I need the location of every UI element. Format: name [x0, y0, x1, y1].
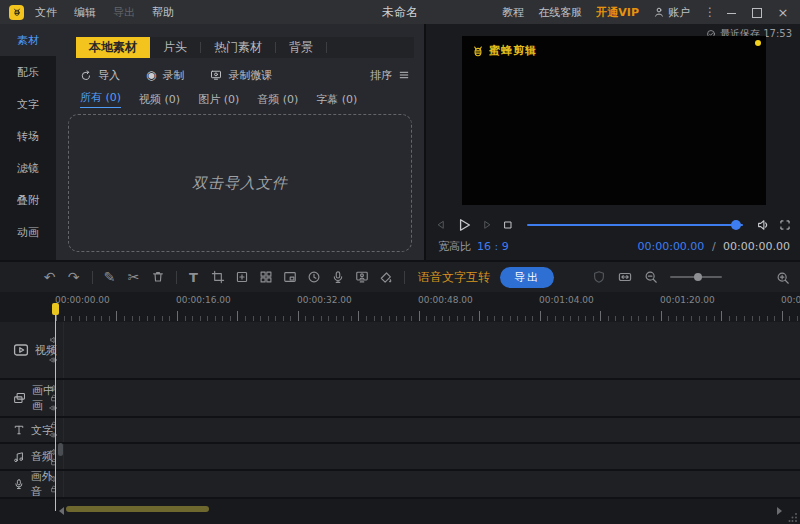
vertical-scrollbar-thumb[interactable] — [58, 443, 63, 456]
zoom-slider-knob[interactable] — [694, 273, 702, 281]
tab-intro[interactable]: 片头 — [150, 37, 200, 58]
redo-icon[interactable]: ↷ — [66, 270, 81, 284]
track-lane-pip[interactable] — [64, 380, 800, 416]
speech-text-convert-button[interactable]: 语音文字互转 — [418, 269, 490, 286]
track-label: 画中画 — [32, 383, 63, 413]
track-lane-audio[interactable] — [64, 444, 800, 469]
presenter-icon[interactable] — [354, 270, 369, 284]
sort-button[interactable]: 排序 — [370, 68, 410, 83]
track-voiceover: 画外音 — [0, 471, 800, 499]
horizontal-scrollbar-thumb[interactable] — [66, 506, 209, 512]
menu-help[interactable]: 帮助 — [152, 5, 174, 20]
hide-track-icon[interactable] — [49, 356, 58, 365]
seek-bar[interactable] — [527, 224, 743, 226]
mute-track-icon[interactable] — [49, 384, 58, 393]
account-button[interactable]: 账户 — [653, 5, 690, 20]
delete-trash-icon[interactable] — [150, 270, 165, 284]
filter-subtitle[interactable]: 字幕 (0) — [316, 92, 357, 107]
lock-track-icon[interactable] — [49, 485, 58, 494]
menu-file[interactable]: 文件 — [35, 5, 57, 20]
support-link[interactable]: 在线客服 — [538, 5, 582, 20]
import-dropzone[interactable]: 双击导入文件 — [68, 114, 412, 252]
undo-icon[interactable]: ↶ — [42, 270, 57, 284]
mute-track-icon[interactable] — [49, 447, 58, 456]
close-button[interactable]: × — [772, 5, 794, 20]
scroll-left-arrow-icon[interactable] — [59, 507, 64, 515]
record-button[interactable]: ◉ 录制 — [146, 68, 184, 83]
stop-icon[interactable] — [502, 219, 514, 231]
zoom-frame-icon[interactable] — [234, 270, 249, 284]
kebab-menu-icon[interactable]: ⋮ — [704, 5, 716, 19]
hide-track-icon[interactable] — [49, 431, 58, 440]
sidebar-item-overlay[interactable]: 叠附 — [0, 184, 56, 216]
person-icon — [653, 6, 665, 18]
record-label: 录制 — [162, 68, 184, 83]
mute-track-icon[interactable] — [49, 336, 58, 345]
sidebar-item-text[interactable]: 文字 — [0, 88, 56, 120]
lock-track-icon[interactable] — [49, 346, 58, 355]
lock-track-icon[interactable] — [49, 457, 58, 466]
import-button[interactable]: 导入 — [80, 68, 120, 83]
sidebar-item-media[interactable]: 素材 — [0, 24, 56, 56]
fit-timeline-icon[interactable] — [618, 270, 632, 284]
ruler-label: 00:00:16.00 — [176, 295, 231, 305]
edit-pencil-icon[interactable]: ✎ — [102, 270, 117, 284]
seek-knob[interactable] — [731, 220, 741, 230]
fullscreen-icon[interactable] — [779, 219, 791, 231]
aspect-ratio-value[interactable]: 16 : 9 — [477, 240, 509, 253]
timeline-zoom-slider[interactable] — [670, 276, 722, 278]
sidebar-item-filter[interactable]: 滤镜 — [0, 152, 56, 184]
ruler-label: 00:01:36.00 — [781, 295, 800, 305]
tab-background[interactable]: 背景 — [276, 37, 326, 58]
track-lane-voiceover[interactable] — [64, 471, 800, 497]
tutorial-link[interactable]: 教程 — [502, 5, 524, 20]
lock-track-icon[interactable] — [49, 394, 58, 403]
video-preview: 蜜蜂剪辑 — [462, 36, 766, 205]
tab-local-media[interactable]: 本地素材 — [76, 37, 150, 58]
shield-icon[interactable] — [592, 270, 606, 284]
track-toggles — [49, 384, 58, 413]
duration-clock-icon[interactable] — [306, 270, 321, 284]
vip-link[interactable]: 开通VIP — [596, 5, 639, 20]
filter-image[interactable]: 图片 (0) — [198, 92, 239, 107]
resize-grip-icon[interactable] — [788, 512, 798, 522]
filter-video[interactable]: 视频 (0) — [139, 92, 180, 107]
tab-hot-media[interactable]: 热门素材 — [201, 37, 275, 58]
filter-audio[interactable]: 音频 (0) — [257, 92, 298, 107]
menu-edit[interactable]: 编辑 — [74, 5, 96, 20]
mosaic-paint-icon[interactable] — [378, 270, 393, 284]
volume-icon[interactable] — [756, 218, 770, 232]
record-screen-label: 录制微课 — [228, 68, 272, 83]
cut-scissors-icon[interactable]: ✂ — [126, 270, 141, 284]
ruler-label: 00:00:00.00 — [55, 295, 110, 305]
account-label: 账户 — [668, 5, 690, 20]
import-label: 导入 — [98, 68, 120, 83]
voiceover-mic-icon[interactable] — [330, 270, 345, 284]
lock-track-icon[interactable] — [49, 421, 58, 430]
zoom-out-icon[interactable] — [644, 270, 658, 284]
track-lane-video[interactable] — [64, 322, 800, 378]
next-frame-icon[interactable] — [481, 219, 493, 231]
filter-all[interactable]: 所有 (0) — [80, 90, 121, 108]
text-tool-icon[interactable]: T — [186, 271, 201, 284]
edit-toolbar: ↶ ↷ ✎ ✂ T 语音文字互转 导出 — [0, 260, 800, 292]
record-screen-button[interactable]: 录制微课 — [210, 68, 272, 83]
split-screen-icon[interactable] — [258, 270, 273, 284]
sidebar-item-transition[interactable]: 转场 — [0, 120, 56, 152]
play-icon[interactable] — [456, 217, 472, 233]
ruler-label: 00:01:20.00 — [660, 295, 715, 305]
zoom-in-icon[interactable] — [776, 271, 790, 285]
hide-track-icon[interactable] — [49, 404, 58, 413]
export-button[interactable]: 导出 — [500, 267, 554, 288]
audio-track-icon — [13, 451, 25, 463]
sidebar-item-animation[interactable]: 动画 — [0, 216, 56, 248]
sidebar-item-music[interactable]: 配乐 — [0, 56, 56, 88]
previous-frame-icon[interactable] — [435, 219, 447, 231]
pip-icon[interactable] — [282, 270, 297, 284]
maximize-button[interactable] — [746, 5, 768, 20]
minimize-button[interactable] — [720, 5, 742, 20]
track-lane-text[interactable] — [64, 418, 800, 442]
scroll-right-arrow-icon[interactable] — [777, 507, 782, 515]
crop-icon[interactable] — [210, 270, 225, 284]
mute-track-icon[interactable] — [49, 475, 58, 484]
